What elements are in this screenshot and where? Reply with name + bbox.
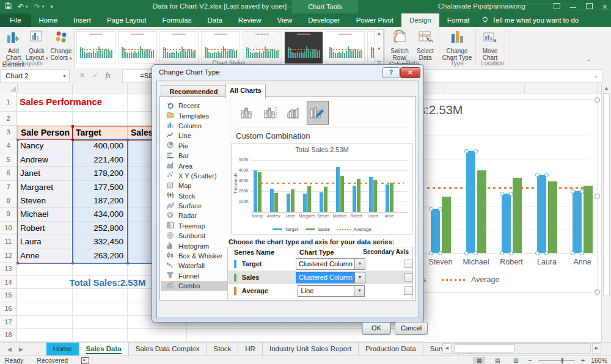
quick-layout-button[interactable]: Quick Layout ▾ [24,29,49,62]
cell-target[interactable]: 177,500 [72,181,126,194]
scrollbar-grip[interactable]: ⋮ [435,346,441,352]
collapse-ribbon-icon[interactable]: ⌃ [587,59,591,65]
row-header-15[interactable]: 15 [0,289,17,302]
cell-target[interactable]: 221,400 [72,153,126,166]
horizontal-scroll-track[interactable] [453,343,591,354]
table-header-sale-person[interactable]: Sale Person [17,126,73,139]
sales-bar[interactable] [584,186,593,253]
change-colors-button[interactable]: Change Colors ▾ [49,29,73,62]
select-all-corner[interactable] [0,84,18,93]
chart-category-box-whisker[interactable]: Box & Whisker [161,251,230,261]
chart-category-bar[interactable]: Bar [161,151,230,161]
sheet-tab-industry-unit-sales-report[interactable]: Industry Unit Sales Report [263,343,359,356]
secondary-axis-checkbox[interactable] [404,273,412,282]
chart-category-funnel[interactable]: Funnel [161,271,230,281]
sales-bar[interactable] [513,178,522,253]
dialog-help-button[interactable]: ? [382,67,400,78]
chart-style-thumbnail[interactable] [243,31,282,64]
move-chart-button[interactable]: Move Chart [478,29,502,61]
dialog-close-button[interactable]: ✕ [400,67,420,78]
chart-type-dropdown-sales[interactable]: Clustered Column▼ [296,272,365,283]
row-header-6[interactable]: 6 [0,167,17,180]
sales-bar[interactable] [477,170,486,253]
target-bar[interactable] [537,175,546,253]
page-break-view-button[interactable]: ▥ [510,357,522,364]
sheet-prev-icon[interactable]: ◀ [7,346,12,352]
cell-person[interactable]: Andrew [17,153,71,166]
column-header-k[interactable] [444,84,525,93]
cancel-entry-icon[interactable]: ✕ [79,71,85,79]
column-header-a[interactable] [17,84,73,93]
chart-category-waterfall[interactable]: Waterfall [161,261,230,271]
chart-style-thumbnail[interactable] [76,31,115,64]
cell-person[interactable]: Margaret [17,181,71,194]
chart-category-pie[interactable]: Pie [161,141,230,151]
row-header-18[interactable]: 18 [0,329,17,342]
redo-dropdown-icon[interactable]: ▾ [42,4,45,9]
ribbon-tab-home[interactable]: Home [31,13,66,27]
chart-style-thumbnail[interactable] [118,31,157,64]
sales-bar[interactable] [548,181,557,253]
cell-person[interactable]: Laura [17,235,71,248]
formula-bar-expand-icon[interactable]: ⌄ [594,70,598,82]
redo-icon[interactable]: ↷ [34,2,40,12]
chart-resize-handle[interactable] [595,194,600,199]
zoom-slider[interactable] [538,360,575,361]
chart-resize-handle[interactable] [595,97,600,103]
chart-category-x-y-scatter[interactable]: X Y (Scatter) [161,171,230,181]
sheet-tab-hr[interactable]: HR [238,343,263,356]
row-header-4[interactable]: 4 [0,139,17,153]
chart-category-surface[interactable]: Surface [161,201,230,211]
combo-subtype-4[interactable] [307,101,329,125]
chart-style-thumbnail[interactable] [284,31,323,64]
cell-target[interactable]: 252,800 [72,222,126,235]
chart-category-combo[interactable]: Combo [161,281,230,291]
cell-sales-performance-title[interactable]: Sales Performance [20,93,102,111]
column-header-l[interactable] [524,84,598,93]
tab-all-charts[interactable]: All Charts [225,84,266,99]
minimize-button[interactable] [570,0,576,13]
row-header-7[interactable]: 7 [0,181,17,194]
chart-category-area[interactable]: Area [161,161,230,170]
chart-style-thumbnail[interactable] [326,31,365,64]
vertical-scrollbar[interactable]: ▲ ▼ [601,84,611,351]
row-header-10[interactable]: 10 [0,222,17,235]
cell-person[interactable]: Robert [17,222,71,235]
target-bar[interactable] [466,151,475,253]
sales-bar[interactable] [442,197,451,253]
row-header-9[interactable]: 9 [0,208,17,221]
chart-category-sunburst[interactable]: Sunburst [161,231,230,241]
dropdown-arrow-icon[interactable]: ▼ [354,286,364,296]
ribbon-display-options-icon[interactable] [554,0,560,13]
ribbon-tab-review[interactable]: Review [230,13,269,27]
row-header-17[interactable]: 17 [0,316,17,329]
sheet-next-icon[interactable]: ▶ [19,346,23,352]
tell-me-box[interactable]: Tell me what you want to do [482,13,579,27]
chart-resize-handle[interactable] [595,289,600,295]
ribbon-tab-data[interactable]: Data [200,13,230,27]
cell-person[interactable]: Michael [17,208,71,220]
dropdown-arrow-icon[interactable]: ▼ [354,272,365,283]
page-layout-view-button[interactable]: ▤ [491,357,503,364]
dropdown-arrow-icon[interactable]: ▼ [354,259,365,269]
combo-subtype-1[interactable] [237,101,259,125]
target-bar[interactable] [431,209,440,253]
sheet-tab-stock[interactable]: Stock [207,343,239,356]
row-header-3[interactable]: 3 [0,126,17,139]
chart-category-map[interactable]: Map [161,181,230,191]
name-box-dropdown-icon[interactable]: ▼ [62,70,67,82]
cell-target[interactable]: 187,200 [72,194,126,207]
row-header-8[interactable]: 8 [0,194,17,208]
undo-dropdown-icon[interactable]: ▾ [26,4,28,9]
ribbon-tab-formulas[interactable]: Formulas [155,13,200,27]
cancel-button[interactable]: Cancel [395,322,428,335]
chart-style-thumbnail[interactable] [201,31,240,64]
cell-target[interactable]: 332,450 [72,235,126,248]
row-header-2[interactable]: 2 [0,112,17,126]
cell-person[interactable]: Janet [17,167,71,180]
sheet-tab-production-data[interactable]: Production Data [359,343,423,356]
sheet-tab-sales-data-complex[interactable]: Sales Data Complex [129,343,207,356]
cell-target[interactable]: 178,200 [72,167,126,180]
table-header-target[interactable]: Target [72,126,128,139]
ok-button[interactable]: OK [362,322,391,335]
